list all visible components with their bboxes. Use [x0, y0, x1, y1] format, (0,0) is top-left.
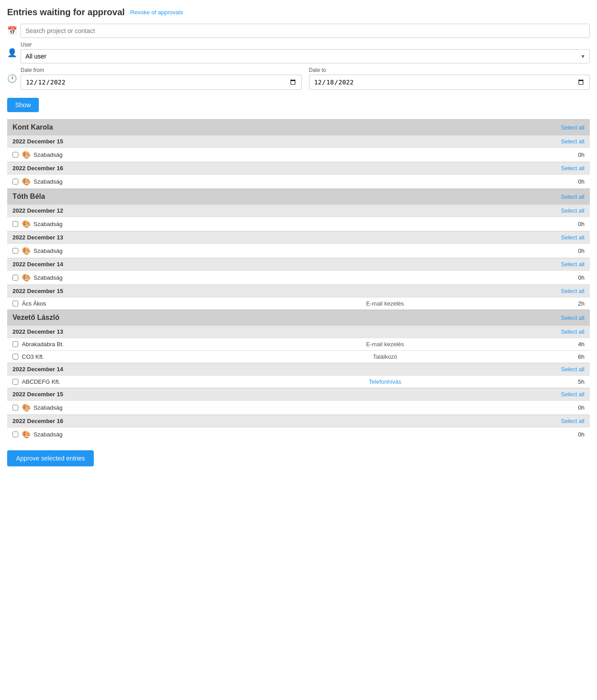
- date-group-date: 2022 December 16: [13, 165, 63, 172]
- date-select-all-link[interactable]: Select all: [561, 207, 584, 214]
- date-group-date: 2022 December 16: [13, 418, 63, 424]
- person-group: Vezető LászlóSelect all2022 December 13S…: [7, 310, 590, 441]
- date-range-row: Date from Date to: [21, 67, 590, 90]
- date-select-all-link[interactable]: Select all: [561, 261, 584, 268]
- entry-hours: 0h: [567, 431, 584, 438]
- date-select-all-link[interactable]: Select all: [561, 418, 584, 424]
- date-group-date: 2022 December 13: [13, 328, 63, 335]
- entry-row: 🎨Szabadság0h: [7, 217, 590, 231]
- show-button[interactable]: Show: [7, 98, 39, 112]
- clock-icon: 🕐: [7, 74, 17, 84]
- entry-type-icon: 🎨: [22, 247, 31, 255]
- entry-name: Szabadság: [33, 247, 211, 254]
- search-input[interactable]: [21, 24, 590, 38]
- entry-name: Szabadság: [33, 178, 211, 185]
- person-group: Tóth BélaSelect all2022 December 12Selec…: [7, 189, 590, 310]
- user-label: User: [21, 42, 590, 48]
- date-group-date: 2022 December 15: [13, 391, 63, 398]
- entry-checkbox[interactable]: [13, 354, 18, 360]
- entry-hours: 0h: [567, 151, 584, 158]
- entry-checkbox[interactable]: [13, 152, 18, 158]
- date-filter-row: 🕐 Date from Date to: [7, 67, 590, 90]
- person-group: Kont KarolaSelect all2022 December 15Sel…: [7, 119, 590, 189]
- entry-name: Szabadság: [33, 404, 211, 411]
- entry-name: Ács Ákos: [22, 300, 204, 307]
- person-header: Vezető LászlóSelect all: [7, 310, 590, 325]
- entry-name: Szabadság: [33, 151, 211, 158]
- entry-hours: 4h: [567, 341, 584, 348]
- date-group-date: 2022 December 15: [13, 138, 63, 145]
- entry-task: E-mail kezelés: [204, 300, 567, 307]
- entry-name: ABCDEFG Kft.: [22, 378, 204, 385]
- entry-type-icon: 🎨: [22, 273, 31, 282]
- date-group-header: 2022 December 13Select all: [7, 325, 590, 338]
- person-name: Vezető László: [13, 314, 59, 322]
- entry-checkbox[interactable]: [13, 275, 18, 281]
- date-group-header: 2022 December 16Select all: [7, 415, 590, 427]
- date-from-input[interactable]: [21, 75, 302, 90]
- entry-checkbox[interactable]: [13, 432, 18, 437]
- person-header: Kont KarolaSelect all: [7, 119, 590, 135]
- person-select-all-link[interactable]: Select all: [561, 193, 584, 200]
- groups-container: Kont KarolaSelect all2022 December 15Sel…: [7, 119, 590, 441]
- user-select[interactable]: All user: [21, 49, 590, 63]
- date-group-header: 2022 December 13Select all: [7, 231, 590, 243]
- date-group-header: 2022 December 15Select all: [7, 285, 590, 297]
- entry-name: Abrakadabra Bt.: [22, 341, 204, 348]
- approve-selected-button[interactable]: Approve selected entries: [7, 450, 94, 466]
- user-select-container: All user: [21, 49, 590, 63]
- entry-hours: 0h: [567, 178, 584, 185]
- entry-row: 🎨Szabadság0h: [7, 147, 590, 162]
- entry-task[interactable]: Telefonhívás: [204, 378, 567, 385]
- page-title: Entries waiting for approval: [7, 7, 125, 17]
- date-to-label: Date to: [309, 67, 590, 73]
- date-group-header: 2022 December 16Select all: [7, 162, 590, 174]
- entry-row: Abrakadabra Bt.E-mail kezelés4h: [7, 338, 590, 350]
- entry-name: CO3 Kft.: [22, 353, 204, 360]
- entry-checkbox[interactable]: [13, 379, 18, 385]
- date-select-all-link[interactable]: Select all: [561, 391, 584, 398]
- date-select-all-link[interactable]: Select all: [561, 328, 584, 335]
- person-select-all-link[interactable]: Select all: [561, 124, 584, 131]
- entry-type-icon: 🎨: [22, 430, 31, 439]
- revoke-approvals-link[interactable]: Revoke of approvals: [130, 9, 183, 16]
- entry-type-icon: 🎨: [22, 177, 31, 186]
- entry-row: 🎨Szabadság0h: [7, 243, 590, 258]
- date-to-input[interactable]: [309, 75, 590, 90]
- entry-task: E-mail kezelés: [204, 341, 567, 348]
- date-select-all-link[interactable]: Select all: [561, 366, 584, 373]
- date-group-date: 2022 December 13: [13, 234, 63, 241]
- date-group-header: 2022 December 15Select all: [7, 135, 590, 147]
- entry-hours: 0h: [567, 274, 584, 281]
- entry-row: 🎨Szabadság0h: [7, 174, 590, 189]
- entry-type-icon: 🎨: [22, 151, 31, 159]
- page-header: Entries waiting for approval Revoke of a…: [7, 7, 590, 17]
- date-select-all-link[interactable]: Select all: [561, 138, 584, 145]
- entry-checkbox[interactable]: [13, 179, 18, 184]
- entry-hours: 5h: [567, 378, 584, 385]
- date-to-field: Date to: [309, 67, 590, 90]
- entry-checkbox[interactable]: [13, 301, 18, 306]
- entry-checkbox[interactable]: [13, 405, 18, 411]
- entry-checkbox[interactable]: [13, 248, 18, 254]
- person-name: Kont Karola: [13, 123, 53, 131]
- entry-task: Találkozó: [204, 353, 567, 360]
- date-group-date: 2022 December 14: [13, 261, 63, 268]
- entry-hours: 0h: [567, 221, 584, 227]
- date-select-all-link[interactable]: Select all: [561, 288, 584, 294]
- person-header: Tóth BélaSelect all: [7, 189, 590, 204]
- date-group-header: 2022 December 14Select all: [7, 258, 590, 270]
- entry-row: 🎨Szabadság0h: [7, 400, 590, 415]
- entry-checkbox[interactable]: [13, 341, 18, 347]
- entry-hours: 0h: [567, 404, 584, 411]
- entry-type-icon: 🎨: [22, 403, 31, 412]
- approve-section: Approve selected entries: [7, 441, 590, 466]
- date-from-label: Date from: [21, 67, 302, 73]
- entry-checkbox[interactable]: [13, 221, 18, 227]
- date-select-all-link[interactable]: Select all: [561, 165, 584, 172]
- person-select-all-link[interactable]: Select all: [561, 314, 584, 321]
- entry-hours: 0h: [567, 247, 584, 254]
- calendar-icon: 📅: [7, 26, 17, 36]
- date-group-date: 2022 December 15: [13, 288, 63, 294]
- date-select-all-link[interactable]: Select all: [561, 234, 584, 241]
